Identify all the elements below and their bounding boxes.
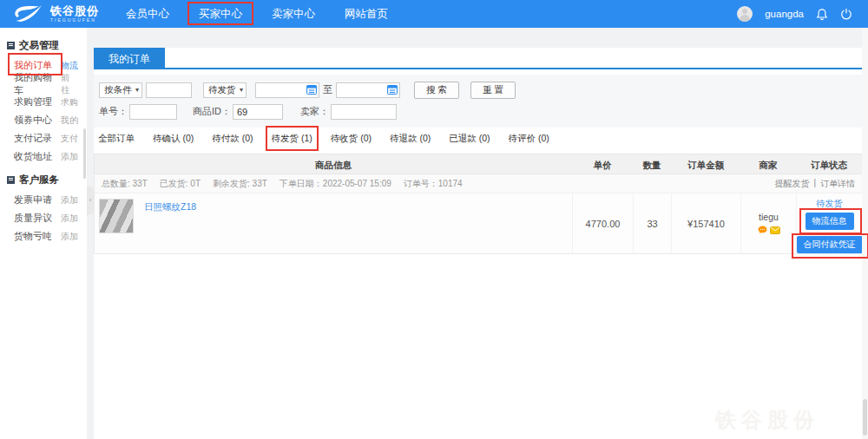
quantity-cell: 33	[633, 193, 671, 253]
date-from-input[interactable]	[255, 82, 319, 98]
sidebar-extra-add-shortage[interactable]: 添加	[61, 231, 78, 243]
seller-cell: tiegu	[740, 193, 796, 253]
status-tab-pending-payment[interactable]: 待付款 (0)	[212, 133, 253, 145]
product-name-link[interactable]: 日照螺纹Z18	[144, 201, 196, 213]
actions-divider: |	[813, 178, 816, 190]
condition-select[interactable]: 按条件 ▾	[99, 82, 142, 98]
order-summary-bar: 总数量: 33T 已发货: 0T 剩余发货: 33T 下单日期：2022-05-…	[95, 174, 862, 193]
logo-icon	[10, 3, 45, 26]
seller-input[interactable]	[331, 104, 397, 120]
sidebar-extra-logistics[interactable]: 物流	[61, 60, 78, 72]
nav-member-center[interactable]: 会员中心	[111, 0, 184, 28]
total-quantity: 总数量: 33T	[102, 178, 148, 190]
page-scrollbar[interactable]	[862, 28, 868, 439]
sidebar-scrollbar-thumb[interactable]	[83, 128, 86, 179]
product-id-input[interactable]	[233, 104, 283, 120]
order-status-tabs: 全部订单 待确认 (0) 待付款 (0) 待发货 (1) 待收货 (0) 待退款…	[94, 128, 863, 150]
status-tab-pending-receipt[interactable]: 待收货 (0)	[331, 133, 372, 145]
page-scrollbar-thumb[interactable]	[863, 399, 867, 436]
page-tabstrip: 我的订单	[94, 48, 863, 69]
amount-cell: ¥157410	[671, 193, 740, 253]
sidebar: 交易管理 我的订单 物流 我的购物车 前往 求购管理 求购 领券中心 我的 支付…	[0, 28, 87, 439]
order-block: 总数量: 33T 已发货: 0T 剩余发货: 33T 下单日期：2022-05-…	[94, 174, 863, 254]
power-icon[interactable]	[840, 8, 852, 20]
sidebar-extra-purchase[interactable]: 求购	[61, 96, 78, 108]
table-row: 日照螺纹Z18 4770.00 33 ¥157410 tiegu	[95, 193, 862, 253]
sidebar-extra-add-address[interactable]: 添加	[61, 151, 78, 163]
sidebar-extra-add-invoice[interactable]: 添加	[61, 194, 78, 206]
product-thumbnail[interactable]	[99, 199, 134, 233]
status-tab-all[interactable]: 全部订单	[98, 133, 135, 145]
order-status-cell: 待发货 物流信息 合同付款凭证	[796, 193, 862, 253]
col-product-info: 商品信息	[95, 154, 572, 174]
col-unit-price: 单价	[572, 154, 633, 174]
col-quantity: 数量	[633, 154, 671, 174]
sidebar-item-payment-records[interactable]: 支付记录 支付	[0, 129, 87, 147]
section-icon	[7, 176, 15, 184]
sidebar-item-shipping-address[interactable]: 收货地址 添加	[0, 147, 87, 166]
sidebar-extra-pay[interactable]: 支付	[61, 133, 78, 145]
order-date: 下单日期：2022-05-07 15:09	[279, 178, 391, 190]
date-range-to-label: 至	[323, 83, 332, 96]
sidebar-item-cart[interactable]: 我的购物车 前往	[0, 75, 87, 93]
status-tab-pending-confirm[interactable]: 待确认 (0)	[153, 133, 194, 145]
section-icon	[7, 42, 15, 49]
top-header: 铁谷股份 TIEGUGUFEN 会员中心 买家中心 卖家中心 网站首页 guan…	[0, 0, 868, 28]
order-no-label: 单号：	[99, 105, 128, 118]
pending-shipment-status-link[interactable]: 待发货	[817, 198, 843, 210]
orders-table: 商品信息 单价 数量 订单金额 商家 订单状态 总数量: 33T 已发货: 0T…	[94, 154, 863, 254]
header-user-area: guangda	[737, 6, 868, 22]
sidebar-item-invoice-request[interactable]: 发票申请 添加	[0, 191, 87, 209]
order-no-input[interactable]	[129, 104, 177, 120]
unit-price-cell: 4770.00	[572, 193, 633, 253]
contract-payment-voucher-button[interactable]: 合同付款凭证	[797, 236, 863, 253]
nav-buyer-center[interactable]: 买家中心	[184, 0, 257, 28]
product-cell: 日照螺纹Z18	[95, 193, 572, 253]
nav-seller-center[interactable]: 卖家中心	[257, 0, 330, 28]
app-window: 铁谷股份 TIEGUGUFEN 会员中心 买家中心 卖家中心 网站首页 guan…	[0, 0, 868, 439]
brand-subtitle: TIEGUGUFEN	[50, 18, 99, 23]
brand-name: 铁谷股份	[50, 5, 99, 16]
status-tab-refunded[interactable]: 已退款 (0)	[449, 133, 490, 145]
status-tab-pending-shipment[interactable]: 待发货 (1)	[272, 133, 312, 145]
calendar-icon[interactable]	[387, 84, 398, 96]
sidebar-item-quality-objection[interactable]: 质量异议 添加	[0, 209, 87, 227]
sidebar-item-coupon-center[interactable]: 领券中心 我的	[0, 111, 87, 129]
logistics-info-button[interactable]: 物流信息	[806, 213, 854, 230]
sidebar-extra-mine[interactable]: 我的	[61, 115, 78, 127]
sidebar-extra-add-quality[interactable]: 添加	[61, 213, 78, 225]
search-button[interactable]: 搜 索	[414, 82, 459, 99]
date-to-input[interactable]	[336, 82, 400, 98]
filter-panel: 按条件 ▾ 待发货 ▾ 至	[94, 75, 863, 128]
sidebar-item-cargo-shortage[interactable]: 货物亏吨 添加	[0, 227, 87, 246]
chevron-down-icon: ▾	[135, 86, 139, 94]
remaining-quantity: 剩余发货: 33T	[213, 178, 267, 190]
user-avatar[interactable]	[737, 6, 753, 22]
chevron-down-icon: ▾	[240, 86, 243, 94]
sidebar-item-purchase-mgmt[interactable]: 求购管理 求购	[0, 93, 87, 111]
sidebar-section-trade: 交易管理	[0, 38, 87, 53]
seller-label: 卖家：	[300, 105, 329, 118]
bell-icon[interactable]	[816, 8, 828, 21]
status-tab-pending-review[interactable]: 待评价 (0)	[509, 133, 549, 145]
table-header: 商品信息 单价 数量 订单金额 商家 订单状态	[94, 154, 863, 174]
calendar-icon[interactable]	[306, 84, 317, 96]
envelope-icon[interactable]	[770, 226, 780, 236]
nav-site-home[interactable]: 网站首页	[330, 0, 403, 28]
chat-bubble-icon[interactable]	[758, 226, 767, 236]
tab-my-orders[interactable]: 我的订单	[94, 48, 165, 69]
seller-name[interactable]: tiegu	[759, 212, 779, 222]
status-select[interactable]: 待发货 ▾	[203, 82, 247, 98]
brand-logo[interactable]: 铁谷股份 TIEGUGUFEN	[0, 3, 111, 26]
status-tab-pending-refund[interactable]: 待退款 (0)	[390, 133, 431, 145]
reset-button[interactable]: 重 置	[470, 82, 516, 99]
username: guangda	[765, 9, 804, 19]
col-order-status: 订单状态	[796, 154, 862, 174]
sidebar-extra-goto[interactable]: 前往	[61, 72, 78, 96]
shipped-quantity: 已发货: 0T	[160, 178, 201, 190]
keyword-input[interactable]	[146, 82, 192, 98]
remind-shipment-link[interactable]: 提醒发货	[774, 178, 809, 190]
sidebar-section-customer-service: 客户服务	[0, 173, 87, 187]
order-detail-link[interactable]: 订单详情	[820, 178, 855, 190]
sidebar-collapse-handle[interactable]: ‹	[87, 186, 94, 215]
